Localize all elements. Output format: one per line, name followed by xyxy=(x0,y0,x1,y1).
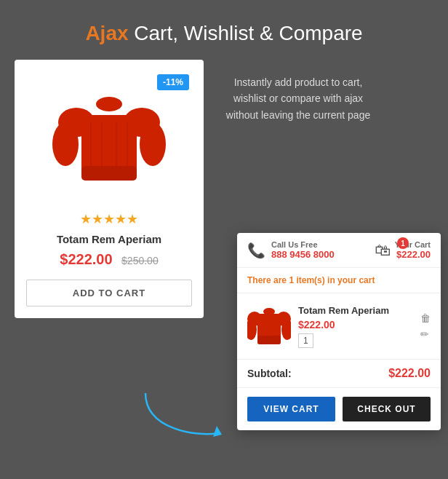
phone-icon: 📞 xyxy=(247,242,265,259)
cart-item-name: Totam Rem Aperiam xyxy=(298,305,413,316)
page-header: Ajax Cart, Wishlist & Compare xyxy=(0,0,448,60)
cart-item-actions: 🗑 ✏ xyxy=(420,312,431,340)
checkout-button[interactable]: CHECK OUT xyxy=(343,397,431,421)
cart-amount: $222.00 xyxy=(395,249,431,260)
svg-rect-6 xyxy=(81,166,137,181)
edit-item-icon[interactable]: ✏ xyxy=(420,328,431,340)
cart-item-row: Totam Rem Aperiam $222.00 1 🗑 ✏ xyxy=(237,293,441,360)
view-cart-button[interactable]: VIEW CART xyxy=(247,397,335,421)
description-text: Instantly add product to cart, wishlist … xyxy=(218,67,378,123)
cart-icon-area[interactable]: 🛍 1 Your Cart $222.00 xyxy=(375,240,431,260)
cart-header: 📞 Call Us Free 888 9456 8000 🛍 1 Your Ca… xyxy=(237,233,441,268)
svg-marker-11 xyxy=(213,426,222,437)
summary-pre: There are xyxy=(247,275,289,285)
cart-phone: 📞 Call Us Free 888 9456 8000 xyxy=(247,240,335,260)
cart-item-qty: 1 xyxy=(298,333,313,348)
price-current: $222.00 xyxy=(60,251,112,267)
cart-item-details: Totam Rem Aperiam $222.00 1 xyxy=(298,305,413,348)
subtotal-label: Subtotal: xyxy=(247,368,292,379)
cart-popup: 📞 Call Us Free 888 9456 8000 🛍 1 Your Ca… xyxy=(237,233,441,430)
title-ajax: Ajax xyxy=(85,22,128,44)
cart-item-price: $222.00 xyxy=(298,319,413,330)
cart-bag-icon: 🛍 xyxy=(375,241,391,260)
cart-item-image xyxy=(247,301,291,352)
svg-point-3 xyxy=(52,122,79,166)
phone-info: Call Us Free 888 9456 8000 xyxy=(271,240,335,260)
svg-rect-18 xyxy=(257,336,281,344)
add-to-cart-button[interactable]: ADD TO CART xyxy=(26,280,192,306)
arrow-indicator xyxy=(138,386,225,447)
svg-point-4 xyxy=(140,122,166,166)
summary-post: in your cart xyxy=(325,275,375,285)
cart-summary: There are 1 item(s) in your cart xyxy=(237,268,441,293)
product-image-area xyxy=(26,71,192,202)
title-rest: Cart, Wishlist & Compare xyxy=(129,22,363,44)
cart-badge: 1 xyxy=(397,237,409,249)
phone-number: 888 9456 8000 xyxy=(271,249,335,260)
delete-item-icon[interactable]: 🗑 xyxy=(420,312,431,324)
cart-actions: VIEW CART CHECK OUT xyxy=(237,388,441,430)
summary-count: 1 item(s) xyxy=(289,275,324,285)
subtotal-amount: $222.00 xyxy=(388,367,431,380)
product-card: -11% xyxy=(15,60,204,318)
product-stars: ★★★★★ xyxy=(26,211,192,227)
product-image xyxy=(51,79,167,195)
svg-point-0 xyxy=(96,97,122,111)
product-prices: $222.00 $250.00 xyxy=(26,251,192,268)
product-name: Totam Rem Aperiam xyxy=(26,233,192,245)
price-original: $250.00 xyxy=(121,255,159,266)
cart-subtotal: Subtotal: $222.00 xyxy=(237,360,441,388)
phone-label: Call Us Free xyxy=(271,240,335,249)
discount-badge: -11% xyxy=(157,74,189,90)
